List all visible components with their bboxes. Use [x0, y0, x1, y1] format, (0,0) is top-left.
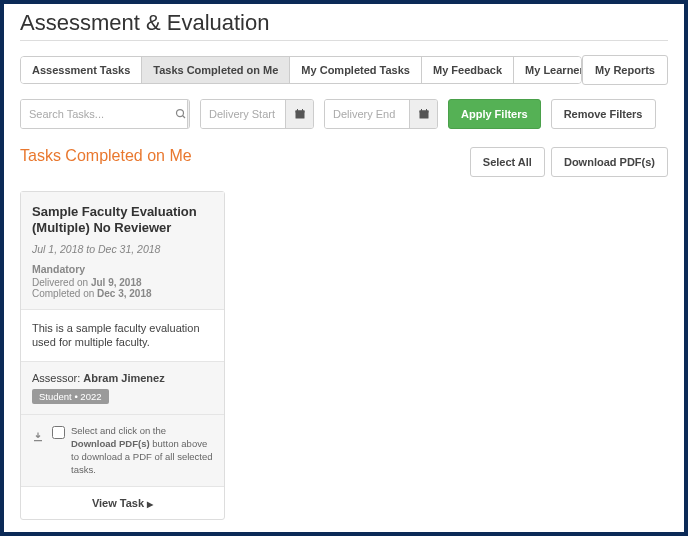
completed-prefix: Completed on [32, 288, 97, 299]
view-task-label: View Task [92, 497, 144, 509]
calendar-icon[interactable] [285, 100, 313, 128]
download-pdfs-button[interactable]: Download PDF(s) [551, 147, 668, 177]
svg-rect-4 [297, 109, 298, 112]
apply-filters-button[interactable]: Apply Filters [448, 99, 541, 129]
select-task-checkbox[interactable] [52, 426, 65, 439]
assessor-row: Assessor: Abram Jimenez Student • 2022 [21, 362, 224, 415]
svg-line-1 [183, 116, 186, 119]
page-title: Assessment & Evaluation [20, 10, 668, 41]
task-title: Sample Faculty Evaluation (Multiple) No … [32, 204, 213, 237]
delivery-end-input[interactable] [325, 100, 409, 128]
download-icon [32, 431, 44, 445]
topbar: Assessment Tasks Tasks Completed on Me M… [20, 55, 668, 85]
download-hint: Select and click on the Download PDF(s) … [71, 425, 213, 476]
tab-my-learners[interactable]: My Learners [514, 57, 582, 83]
delivered-line: Delivered on Jul 9, 2018 [32, 277, 213, 288]
mandatory-label: Mandatory [32, 263, 213, 275]
svg-rect-3 [295, 111, 304, 113]
delivery-end-group [324, 99, 438, 129]
task-date-range: Jul 1, 2018 to Dec 31, 2018 [32, 243, 213, 255]
svg-point-0 [177, 110, 184, 117]
select-all-button[interactable]: Select All [470, 147, 545, 177]
search-options-toggle[interactable] [187, 100, 190, 128]
delivery-start-input[interactable] [201, 100, 285, 128]
caret-right-icon: ▶ [147, 500, 153, 509]
task-card: Sample Faculty Evaluation (Multiple) No … [20, 191, 225, 520]
tab-tasks-completed-on-me[interactable]: Tasks Completed on Me [142, 57, 290, 83]
search-input[interactable] [21, 100, 175, 128]
svg-rect-9 [426, 109, 427, 112]
filters-row: Apply Filters Remove Filters [20, 99, 668, 129]
tabs: Assessment Tasks Tasks Completed on Me M… [20, 56, 582, 84]
search-wrap [20, 99, 190, 129]
tab-my-completed-tasks[interactable]: My Completed Tasks [290, 57, 422, 83]
assessor-name: Abram Jimenez [83, 372, 164, 384]
student-badge: Student • 2022 [32, 389, 109, 404]
my-reports-button[interactable]: My Reports [582, 55, 668, 85]
card-header: Sample Faculty Evaluation (Multiple) No … [21, 192, 224, 310]
tab-my-feedback[interactable]: My Feedback [422, 57, 514, 83]
calendar-icon[interactable] [409, 100, 437, 128]
hint-pre: Select and click on the [71, 425, 166, 436]
section-title: Tasks Completed on Me [20, 147, 192, 165]
section-header-row: Tasks Completed on Me Select All Downloa… [20, 147, 668, 177]
svg-rect-8 [421, 109, 422, 112]
view-task-button[interactable]: View Task▶ [21, 487, 224, 519]
delivered-prefix: Delivered on [32, 277, 91, 288]
remove-filters-button[interactable]: Remove Filters [551, 99, 656, 129]
search-icon[interactable] [175, 100, 187, 128]
delivered-date: Jul 9, 2018 [91, 277, 142, 288]
completed-line: Completed on Dec 3, 2018 [32, 288, 213, 299]
task-description: This is a sample faculty evaluation used… [21, 310, 224, 363]
assessor-label: Assessor: [32, 372, 83, 384]
delivery-start-group [200, 99, 314, 129]
hint-bold: Download PDF(s) [71, 438, 150, 449]
download-hint-row: Select and click on the Download PDF(s) … [21, 415, 224, 487]
svg-rect-7 [419, 111, 428, 113]
svg-rect-5 [302, 109, 303, 112]
tab-assessment-tasks[interactable]: Assessment Tasks [21, 57, 142, 83]
completed-date: Dec 3, 2018 [97, 288, 152, 299]
